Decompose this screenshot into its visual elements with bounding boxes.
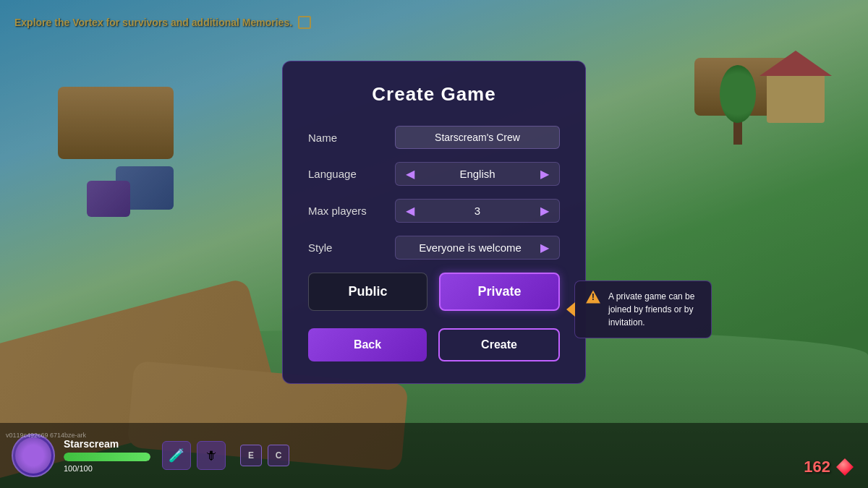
style-value: Everyone is welcome [403, 241, 537, 254]
health-bar-bg [64, 453, 150, 461]
currency-display: 162 [804, 458, 854, 476]
action-row: Back Create [308, 328, 560, 361]
weapon-slot: 🗡 [197, 441, 226, 470]
tooltip-text: A private game can be joined by friends … [608, 290, 701, 329]
hud-bottom: Starscream 100/100 🧪 🗡 E C [0, 423, 868, 488]
max-players-row: Max players ◀ 3 ▶ [308, 199, 560, 223]
language-next-button[interactable]: ▶ [537, 167, 552, 181]
style-spinner: Everyone is welcome ▶ [395, 236, 560, 260]
back-button[interactable]: Back [308, 328, 427, 361]
hud-keybinds: E C [240, 445, 289, 466]
max-players-value-container: ◀ 3 ▶ [395, 199, 560, 223]
key-e: E [240, 445, 262, 466]
max-players-next-button[interactable]: ▶ [537, 204, 552, 218]
potion-slot: 🧪 [162, 441, 191, 470]
language-label: Language [308, 168, 395, 180]
mode-row: Public Private [308, 273, 560, 311]
avatar-image [15, 437, 51, 474]
max-players-spinner: ◀ 3 ▶ [395, 199, 560, 223]
max-players-prev-button[interactable]: ◀ [403, 204, 417, 218]
warning-exclamation: ! [592, 291, 595, 302]
tooltip-arrow [566, 302, 575, 317]
hud-icons: 🧪 🗡 [162, 441, 226, 470]
style-next-button[interactable]: ▶ [537, 241, 552, 254]
mode-section: Public Private ! A private game can be j… [308, 273, 560, 311]
name-row: Name Starscream's Crew [308, 126, 560, 149]
name-label: Name [308, 132, 395, 144]
language-row: Language ◀ English ▶ [308, 162, 560, 186]
create-button[interactable]: Create [438, 328, 560, 361]
style-value-container: Everyone is welcome ▶ [395, 236, 560, 260]
style-row: Style Everyone is welcome ▶ [308, 236, 560, 260]
create-game-dialog: Create Game Name Starscream's Crew Langu… [282, 61, 586, 384]
modal-overlay: Create Game Name Starscream's Crew Langu… [0, 0, 868, 488]
language-prev-button[interactable]: ◀ [403, 167, 417, 181]
player-info: Starscream 100/100 [64, 438, 150, 473]
health-bar-fill [64, 453, 150, 461]
public-button[interactable]: Public [308, 273, 427, 311]
key-c: C [268, 445, 289, 466]
max-players-value: 3 [417, 205, 537, 217]
language-value: English [417, 168, 537, 180]
dialog-title: Create Game [308, 83, 560, 106]
currency-value: 162 [804, 458, 830, 476]
name-value-container: Starscream's Crew [395, 126, 560, 149]
player-name: Starscream [64, 438, 150, 450]
avatar [12, 434, 55, 477]
max-players-label: Max players [308, 205, 395, 217]
gem-icon [836, 458, 854, 476]
language-value-container: ◀ English ▶ [395, 162, 560, 186]
language-spinner: ◀ English ▶ [395, 162, 560, 186]
warning-icon-container: ! [585, 290, 601, 304]
private-button[interactable]: Private [439, 273, 560, 311]
private-tooltip: ! A private game can be joined by friend… [574, 281, 712, 338]
name-input[interactable]: Starscream's Crew [395, 126, 560, 149]
version-text: v0119c492c69 6714bze-ark [6, 432, 86, 439]
health-text: 100/100 [64, 464, 150, 473]
style-label: Style [308, 241, 395, 254]
